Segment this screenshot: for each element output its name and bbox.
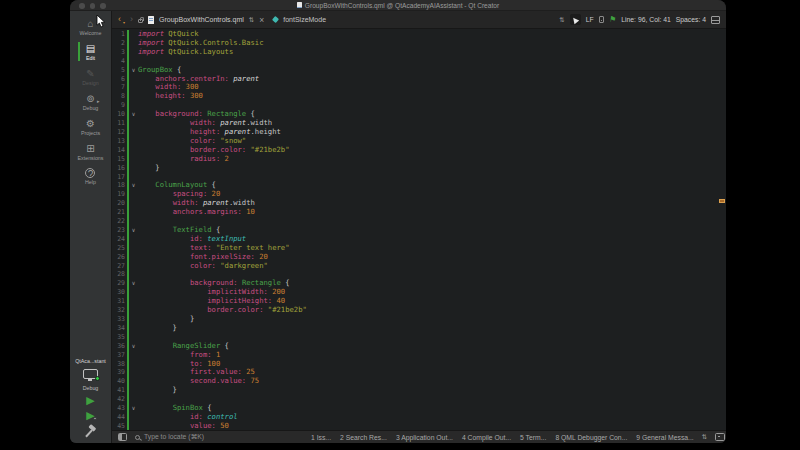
back-history-dropdown-icon[interactable]: ▾ xyxy=(123,20,125,28)
cursor-position[interactable]: Line: 96, Col: 41 xyxy=(621,16,671,23)
mode-edit[interactable]: ▤Edit xyxy=(78,40,104,65)
fold-marker-icon[interactable]: ∨ xyxy=(129,66,138,75)
fold-marker-icon[interactable]: ∨ xyxy=(129,342,138,351)
line-number[interactable]: 22 xyxy=(112,217,127,226)
code-line[interactable]: 16 } xyxy=(112,164,726,173)
mode-debug[interactable]: ⊚Debug▸ xyxy=(78,90,104,115)
mode-extensions[interactable]: ⊞Extensions xyxy=(78,140,104,165)
line-number[interactable]: 7 xyxy=(112,83,127,92)
pin-document-icon[interactable] xyxy=(138,19,143,23)
code-line[interactable]: 3import QtQuick.Layouts xyxy=(112,48,726,57)
code-line[interactable]: 8 height: 300 xyxy=(112,92,726,101)
line-number[interactable]: 19 xyxy=(112,190,127,199)
output-pane-button[interactable]: 1 Iss... xyxy=(311,434,331,441)
debug-run-button[interactable]: ▶ xyxy=(86,409,94,421)
line-number[interactable]: 38 xyxy=(112,360,127,369)
line-number[interactable]: 14 xyxy=(112,146,127,155)
code-text[interactable]: } xyxy=(138,386,177,395)
indent-setting[interactable]: Spaces: 4 xyxy=(676,16,706,23)
line-number[interactable]: 4 xyxy=(112,57,127,66)
code-text[interactable]: import QtQuick.Layouts xyxy=(138,48,233,57)
line-number[interactable]: 45 xyxy=(112,422,127,430)
debug-submenu-arrow-icon[interactable]: ▸ xyxy=(97,98,100,104)
line-number[interactable]: 17 xyxy=(112,173,127,182)
code-text[interactable]: } xyxy=(138,324,177,333)
scrollbar-marker[interactable] xyxy=(719,199,725,203)
line-number[interactable]: 32 xyxy=(112,306,127,315)
close-document-button[interactable]: × xyxy=(259,16,264,24)
line-number[interactable]: 25 xyxy=(112,244,127,253)
line-number[interactable]: 13 xyxy=(112,137,127,146)
line-number[interactable]: 42 xyxy=(112,395,127,404)
code-line[interactable]: 33 } xyxy=(112,315,726,324)
line-number[interactable]: 43 xyxy=(112,404,127,413)
line-ending-selector[interactable]: LF xyxy=(586,16,594,23)
line-number[interactable]: 37 xyxy=(112,351,127,360)
code-line[interactable]: 34 } xyxy=(112,324,726,333)
line-number[interactable]: 40 xyxy=(112,377,127,386)
mode-help[interactable]: ?Help xyxy=(78,165,104,189)
line-number[interactable]: 24 xyxy=(112,235,127,244)
run-button[interactable]: ▶ xyxy=(86,394,94,406)
line-number[interactable]: 39 xyxy=(112,368,127,377)
build-config-label[interactable]: Debug xyxy=(83,385,99,391)
line-number[interactable]: 6 xyxy=(112,75,127,84)
line-number[interactable]: 34 xyxy=(112,324,127,333)
output-pane-dropdown-icon[interactable]: ⇅ xyxy=(702,433,707,441)
maximize-button[interactable] xyxy=(100,3,106,9)
minimize-button[interactable] xyxy=(90,3,96,9)
line-number[interactable]: 3 xyxy=(112,48,127,57)
fold-marker-icon[interactable]: ∨ xyxy=(129,226,138,235)
mode-design[interactable]: ✎Design xyxy=(78,65,104,90)
line-number[interactable]: 18 xyxy=(112,181,127,190)
output-pane-button[interactable]: 8 QML Debugger Con... xyxy=(555,434,627,441)
build-button[interactable] xyxy=(85,425,97,438)
go-forward-button[interactable]: › xyxy=(130,15,133,24)
terminal-icon[interactable] xyxy=(715,433,725,441)
annotation-toggle-button[interactable] xyxy=(570,14,581,25)
code-editor[interactable]: 1import QtQuick2import QtQuick.Controls.… xyxy=(112,30,726,430)
line-number[interactable]: 36 xyxy=(112,342,127,351)
fold-marker-icon[interactable]: ∨ xyxy=(129,279,138,288)
document-dropdown-icon[interactable]: ⇅ xyxy=(249,16,254,24)
output-pane-button[interactable]: 3 Application Out... xyxy=(396,434,453,441)
output-pane-button[interactable]: 4 Compile Out... xyxy=(462,434,511,441)
analyze-flag-icon[interactable]: ⚑ xyxy=(609,15,617,25)
line-number[interactable]: 27 xyxy=(112,262,127,271)
code-line[interactable]: 40 second.value: 75 xyxy=(112,377,726,386)
output-pane-button[interactable]: 9 General Messa... xyxy=(636,434,693,441)
line-number[interactable]: 31 xyxy=(112,297,127,306)
symbol-selector[interactable]: fontSizeMode xyxy=(283,16,326,23)
line-number[interactable]: 23 xyxy=(112,226,127,235)
mode-projects[interactable]: ⚙Projects xyxy=(78,115,104,140)
code-text[interactable]: height: 300 xyxy=(138,92,203,101)
kit-name[interactable]: QtAca...stant xyxy=(75,358,106,364)
line-number[interactable]: 15 xyxy=(112,155,127,164)
fold-marker-icon[interactable]: ∨ xyxy=(129,181,138,190)
line-number[interactable]: 1 xyxy=(112,30,127,39)
line-number[interactable]: 9 xyxy=(112,101,127,110)
line-number[interactable]: 28 xyxy=(112,270,127,279)
code-text[interactable]: color: "darkgreen" xyxy=(138,262,268,271)
code-line[interactable]: 21 anchors.margins: 10 xyxy=(112,208,726,217)
line-number[interactable]: 21 xyxy=(112,208,127,217)
open-document-name[interactable]: GroupBoxWithControls.qml xyxy=(159,16,244,23)
code-line[interactable]: 45 value: 50 xyxy=(112,422,726,430)
line-number[interactable]: 12 xyxy=(112,128,127,137)
code-line[interactable]: 4 xyxy=(112,57,726,66)
kit-target-icon[interactable] xyxy=(83,369,98,379)
line-number[interactable]: 20 xyxy=(112,199,127,208)
code-text[interactable]: } xyxy=(138,164,160,173)
code-line[interactable]: 27 color: "darkgreen" xyxy=(112,262,726,271)
left-sidebar-toggle-icon[interactable] xyxy=(118,433,127,441)
line-number[interactable]: 10 xyxy=(112,110,127,119)
line-number[interactable]: 41 xyxy=(112,386,127,395)
symbol-updown-icon[interactable]: ⇅ xyxy=(559,16,564,24)
go-back-button[interactable]: ‹ xyxy=(118,15,121,24)
line-number[interactable]: 2 xyxy=(112,39,127,48)
locator-field[interactable]: Type to locate (⌘K) xyxy=(135,433,303,441)
encoding-icon[interactable] xyxy=(599,16,605,23)
line-number[interactable]: 5 xyxy=(112,66,127,75)
line-number[interactable]: 26 xyxy=(112,253,127,262)
split-editor-icon[interactable] xyxy=(711,16,720,24)
